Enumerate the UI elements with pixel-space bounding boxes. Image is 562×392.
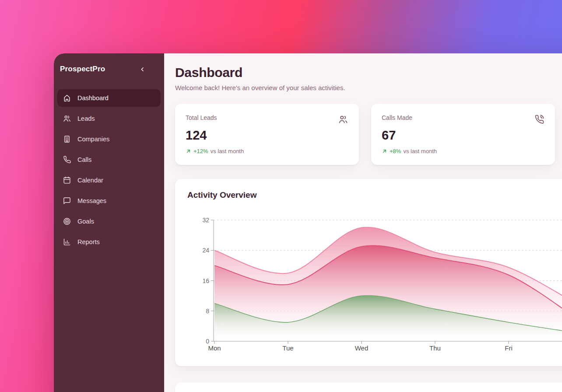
home-icon bbox=[63, 94, 71, 102]
stat-label: Calls Made bbox=[382, 114, 412, 121]
phone-icon bbox=[63, 155, 71, 164]
sidebar-item-companies[interactable]: Companies bbox=[57, 130, 161, 148]
svg-text:24: 24 bbox=[202, 247, 209, 254]
sidebar-item-label: Goals bbox=[77, 218, 94, 225]
sidebar-item-label: Calls bbox=[77, 156, 91, 163]
chevron-left-icon bbox=[139, 66, 146, 73]
svg-text:Thu: Thu bbox=[429, 344, 441, 352]
arrow-up-right-icon bbox=[382, 148, 387, 154]
stat-card-calls-made: Calls Made67+8%vs last month bbox=[371, 104, 555, 165]
partially-visible-card bbox=[175, 382, 562, 392]
svg-text:16: 16 bbox=[202, 277, 209, 284]
svg-text:32: 32 bbox=[202, 217, 209, 224]
svg-text:Fri: Fri bbox=[505, 344, 513, 352]
svg-text:Tue: Tue bbox=[282, 344, 293, 352]
trend-percent: +8% bbox=[390, 148, 401, 154]
sidebar-item-label: Dashboard bbox=[77, 94, 109, 102]
stat-card-header: Calls Made bbox=[382, 114, 544, 125]
sidebar-collapse-button[interactable] bbox=[136, 63, 148, 75]
svg-text:Mon: Mon bbox=[208, 344, 221, 352]
stat-card-total-leads: Total Leads124+12%vs last month bbox=[175, 104, 359, 165]
stat-value: 124 bbox=[186, 128, 348, 143]
trend-text: vs last month bbox=[403, 148, 437, 154]
sidebar-item-reports[interactable]: Reports bbox=[57, 233, 161, 251]
users-icon bbox=[63, 114, 71, 123]
svg-text:8: 8 bbox=[206, 308, 209, 315]
bar-chart-icon bbox=[63, 238, 71, 246]
building-icon bbox=[63, 135, 71, 144]
sidebar-item-label: Reports bbox=[77, 238, 100, 245]
phone-call-icon bbox=[534, 114, 544, 125]
sidebar-item-leads[interactable]: Leads bbox=[57, 110, 161, 127]
sidebar-item-label: Leads bbox=[77, 115, 95, 122]
stat-trend: +12%vs last month bbox=[186, 148, 348, 154]
page-title: Dashboard bbox=[175, 65, 562, 80]
main-content: Dashboard Welcome back! Here's an overvi… bbox=[164, 53, 562, 392]
sidebar: ProspectPro DashboardLeadsCompaniesCalls… bbox=[54, 53, 164, 392]
sidebar-item-label: Messages bbox=[77, 197, 106, 204]
sidebar-item-dashboard[interactable]: Dashboard bbox=[57, 89, 161, 107]
sidebar-item-calendar[interactable]: Calendar bbox=[57, 172, 161, 189]
brand-logo: ProspectPro bbox=[60, 65, 105, 74]
sidebar-item-label: Calendar bbox=[77, 177, 103, 184]
sidebar-item-calls[interactable]: Calls bbox=[57, 151, 161, 168]
activity-chart-svg: 08162432MonTueWedThuFri bbox=[175, 179, 562, 363]
app-window: ProspectPro DashboardLeadsCompaniesCalls… bbox=[54, 53, 562, 392]
stat-trend: +8%vs last month bbox=[382, 148, 544, 154]
desktop-background: { "window": { "brand": "ProspectPro" }, … bbox=[0, 0, 562, 392]
sidebar-item-label: Companies bbox=[77, 136, 109, 143]
arrow-up-right-icon bbox=[186, 148, 191, 154]
sidebar-item-goals[interactable]: Goals bbox=[57, 213, 161, 230]
sidebar-header: ProspectPro bbox=[57, 63, 161, 75]
target-icon bbox=[63, 217, 71, 226]
stat-card-header: Total Leads bbox=[186, 114, 348, 125]
svg-text:Wed: Wed bbox=[355, 344, 369, 352]
stats-row: Total Leads124+12%vs last monthCalls Mad… bbox=[175, 104, 562, 165]
stat-value: 67 bbox=[382, 128, 544, 143]
sidebar-nav: DashboardLeadsCompaniesCallsCalendarMess… bbox=[57, 89, 161, 251]
trend-text: vs last month bbox=[211, 148, 244, 154]
message-square-icon bbox=[63, 196, 71, 205]
sidebar-item-messages[interactable]: Messages bbox=[57, 192, 161, 210]
activity-overview-card: Activity Overview 08162432MonTueWedThuFr… bbox=[175, 179, 562, 366]
calendar-icon bbox=[63, 176, 71, 185]
svg-text:0: 0 bbox=[206, 338, 209, 345]
stat-label: Total Leads bbox=[186, 114, 217, 121]
page-subtitle: Welcome back! Here's an overview of your… bbox=[175, 83, 562, 92]
users-icon bbox=[338, 114, 348, 125]
trend-percent: +12% bbox=[193, 148, 208, 154]
